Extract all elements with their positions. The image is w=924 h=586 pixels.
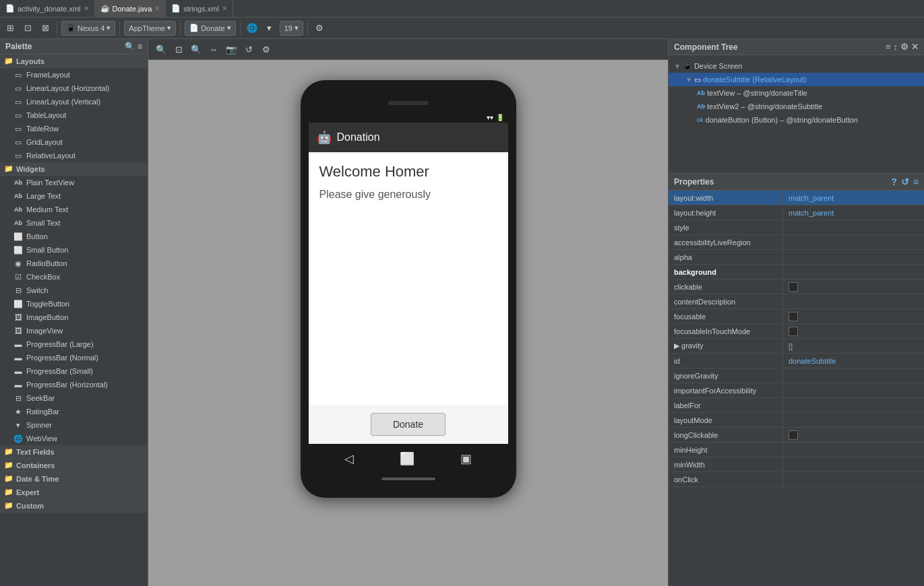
tab-activity-donate-xml[interactable]: 📄 activity_donate.xml ✕ (0, 0, 95, 17)
prop-gravity[interactable]: ▶ gravity [] (669, 339, 924, 354)
palette-item-plain-textview[interactable]: Ab Plain TextView (0, 176, 148, 189)
prop-background[interactable]: background (669, 265, 924, 280)
prop-min-width[interactable]: minWidth (669, 457, 924, 472)
palette-section-layouts[interactable]: 📁 Layouts (0, 55, 148, 68)
prop-accessibility[interactable]: accessibilityLiveRegion (669, 235, 924, 250)
properties-filter-icon[interactable]: ≡ (913, 176, 919, 187)
properties-reset-icon[interactable]: ↺ (901, 176, 909, 187)
palette-item-small-button[interactable]: ⬜ Small Button (0, 243, 148, 257)
prop-focusable-touch[interactable]: focusableInTouchMode (669, 324, 924, 339)
prop-content-desc[interactable]: contentDescription (669, 294, 924, 309)
canvas-settings-btn[interactable]: ⚙ (259, 42, 274, 57)
palette-item-radiobutton[interactable]: ◉ RadioButton (0, 257, 148, 270)
palette-item-switch[interactable]: ⊟ Switch (0, 284, 148, 297)
palette-item-relativelayout[interactable]: ▭ RelativeLayout (0, 149, 148, 162)
prop-id[interactable]: id donateSubtitle (669, 354, 924, 368)
component-tree-settings-icon[interactable]: ⚙ (900, 42, 908, 52)
prop-checkbox-focusable[interactable] (789, 312, 798, 321)
palette-item-progressbar-normal[interactable]: ▬ ProgressBar (Normal) (0, 351, 148, 364)
palette-item-small-text[interactable]: Ab Small Text (0, 216, 148, 230)
palette-item-linearlayout-v[interactable]: ▭ LinearLayout (Vertical) (0, 95, 148, 108)
palette-item-tablerow[interactable]: ▭ TableRow (0, 122, 148, 135)
zoom-fit-btn[interactable]: ⊞ (3, 21, 18, 36)
api-selector[interactable]: 19 ▾ (280, 21, 303, 36)
palette-section-widgets[interactable]: 📁 Widgets (0, 162, 148, 176)
zoom-fill-btn[interactable]: ⊠ (38, 21, 53, 36)
tree-item-donate-subtitle[interactable]: ▼ ▭ donateSubtitle (RelativeLayout) (669, 73, 924, 86)
prop-ignore-gravity[interactable]: ignoreGravity (669, 368, 924, 383)
prop-label-for[interactable]: labelFor (669, 398, 924, 413)
palette-item-togglebutton[interactable]: ⬜ ToggleButton (0, 297, 148, 311)
prop-alpha[interactable]: alpha (669, 250, 924, 265)
prop-layout-height[interactable]: layout:height match_parent (669, 205, 924, 220)
prop-min-height[interactable]: minHeight (669, 443, 924, 457)
screen-selector[interactable]: 📄 Donate ▾ (185, 21, 235, 36)
prop-value-background (783, 270, 924, 274)
prop-style[interactable]: style (669, 220, 924, 235)
settings-btn[interactable]: ⚙ (312, 21, 327, 36)
palette-item-spinner[interactable]: ▾ Spinner (0, 418, 148, 432)
prop-checkbox-clickable[interactable] (789, 282, 798, 292)
palette-section-expert[interactable]: 📁 Expert (0, 486, 148, 499)
tab-close-0[interactable]: ✕ (84, 5, 89, 12)
zoom-actual-size-btn[interactable]: ⊡ (171, 42, 186, 57)
palette-section-datetime[interactable]: 📁 Date & Time (0, 472, 148, 486)
palette-section-containers[interactable]: 📁 Containers (0, 459, 148, 472)
palette-item-seekbar[interactable]: ⊟ SeekBar (0, 391, 148, 405)
palette-item-progressbar-large[interactable]: ▬ ProgressBar (Large) (0, 337, 148, 351)
tab-close-1[interactable]: ✕ (154, 5, 160, 12)
component-tree-close-icon[interactable]: ✕ (911, 42, 919, 52)
palette-item-progressbar-h[interactable]: ▬ ProgressBar (Horizontal) (0, 378, 148, 391)
prop-layout-width[interactable]: layout:width match_parent (669, 191, 924, 205)
screenshot-btn[interactable]: 📷 (224, 42, 239, 57)
prop-clickable[interactable]: clickable (669, 280, 924, 294)
prop-checkbox-focusable-touch[interactable] (789, 327, 798, 336)
palette-item-imageview[interactable]: 🖼 ImageView (0, 324, 148, 337)
prop-checkbox-long-clickable[interactable] (789, 430, 798, 440)
locale-chevron[interactable]: ▾ (262, 21, 277, 36)
component-tree-expand-icon[interactable]: ↕ (894, 42, 898, 52)
palette-item-webview[interactable]: 🌐 WebView (0, 432, 148, 445)
prop-layout-mode[interactable]: layoutMode (669, 413, 924, 428)
recents-button[interactable]: ▣ (460, 451, 472, 466)
palette-item-imagebutton[interactable]: 🖼 ImageButton (0, 311, 148, 324)
donate-button[interactable]: Donate (371, 413, 445, 436)
properties-help-icon[interactable]: ? (891, 176, 897, 187)
palette-item-linearlayout-h[interactable]: ▭ LinearLayout (Horizontal) (0, 82, 148, 95)
palette-item-button[interactable]: ⬜ Button (0, 230, 148, 243)
back-button[interactable]: ◁ (344, 451, 354, 466)
palette-item-ratingbar[interactable]: ★ RatingBar (0, 405, 148, 418)
zoom-actual-btn[interactable]: ⊡ (20, 21, 35, 36)
prop-important-accessibility[interactable]: importantForAccessibility (669, 383, 924, 398)
palette-item-tablelayout[interactable]: ▭ TableLayout (0, 108, 148, 122)
tree-item-textview[interactable]: Ab textView – @string/donateTitle (669, 86, 924, 100)
component-tree-sort-icon[interactable]: ≡ (886, 42, 891, 52)
zoom-width-btn[interactable]: ↔ (206, 42, 221, 57)
locale-btn[interactable]: 🌐 (245, 21, 259, 36)
prop-long-clickable[interactable]: longClickable (669, 428, 924, 443)
tree-item-donate-button[interactable]: ok donateButton (Button) – @string/donat… (669, 113, 924, 127)
tree-item-textview2[interactable]: Ab textView2 – @string/donateSubtitle (669, 100, 924, 113)
palette-item-framelayout[interactable]: ▭ FrameLayout (0, 68, 148, 82)
zoom-in-btn[interactable]: 🔍 (154, 42, 168, 57)
palette-search-icon[interactable]: 🔍 (125, 42, 135, 51)
prop-focusable[interactable]: focusable (669, 309, 924, 324)
palette-item-medium-text[interactable]: Ab Medium Text (0, 203, 148, 216)
tab-strings-xml[interactable]: 📄 strings.xml ✕ (166, 0, 233, 17)
zoom-out-btn[interactable]: 🔍 (189, 42, 204, 57)
palette-menu-icon[interactable]: ≡ (137, 42, 142, 51)
device-selector[interactable]: 📱 Nexus 4 ▾ (61, 21, 115, 36)
prop-on-click[interactable]: onClick (669, 472, 924, 487)
refresh-btn[interactable]: ↺ (241, 42, 256, 57)
palette-item-large-text[interactable]: Ab Large Text (0, 189, 148, 203)
palette-item-checkbox[interactable]: ☑ CheckBox (0, 270, 148, 284)
palette-item-gridlayout[interactable]: ▭ GridLayout (0, 135, 148, 149)
theme-selector[interactable]: AppTheme ▾ (124, 21, 176, 36)
tree-item-device-screen[interactable]: ▼ 📱 Device Screen (669, 59, 924, 73)
palette-section-custom[interactable]: 📁 Custom (0, 499, 148, 513)
tab-close-2[interactable]: ✕ (222, 5, 227, 12)
palette-item-progressbar-small[interactable]: ▬ ProgressBar (Small) (0, 364, 148, 378)
home-button[interactable]: ⬜ (400, 451, 414, 466)
tab-donate-java[interactable]: ☕ Donate.java ✕ (95, 0, 166, 17)
palette-section-textfields[interactable]: 📁 Text Fields (0, 445, 148, 459)
